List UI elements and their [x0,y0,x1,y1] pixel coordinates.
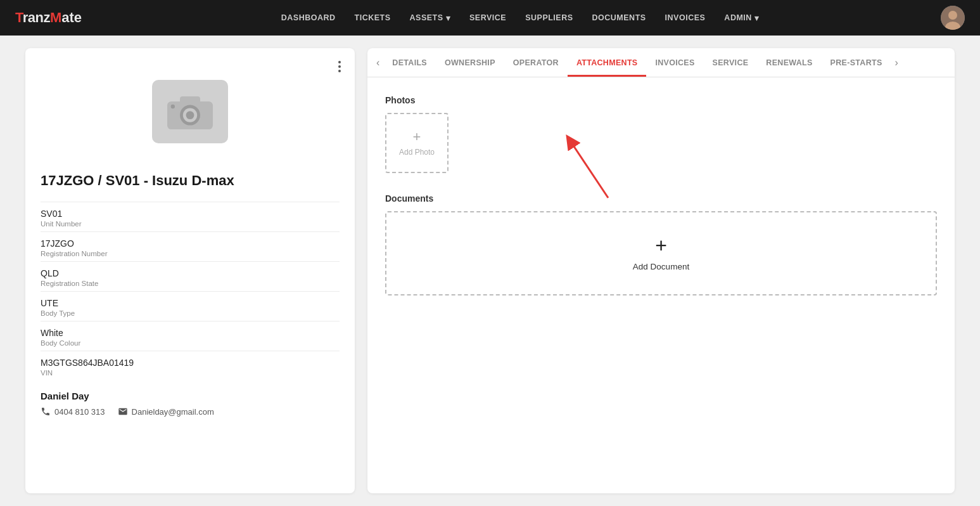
plus-large-icon: + [655,235,667,256]
main-content: 17JZGO / SV01 - Isuzu D-max SV01 Unit Nu… [0,36,980,506]
unit-number-label: Unit Number [41,220,340,228]
registration-state-label: Registration State [41,280,340,287]
body-colour-label: Body Colour [41,339,340,347]
documents-section: Documents + Add Document [385,193,937,295]
asset-photo-placeholder [41,61,340,162]
owner-name: Daniel Day [41,391,340,401]
tab-attachments[interactable]: ATTACHMENTS [568,48,647,77]
add-photo-button[interactable]: + Add Photo [385,113,449,173]
tab-service[interactable]: SERVICE [704,48,758,77]
nav-service[interactable]: SERVICE [461,8,515,27]
app-logo[interactable]: TranzMate [15,10,82,26]
photos-section-title: Photos [385,95,937,105]
owner-contacts: 0404 810 313 Danielday@gmail.com [41,406,340,417]
registration-state-row: QLD Registration State [41,261,340,291]
camera-icon [152,80,228,143]
nav-tickets[interactable]: TICKETS [346,8,400,27]
photos-section: Photos + Add Photo [385,95,937,173]
body-type-value: UTE [41,298,340,308]
add-document-label: Add Document [633,262,689,271]
add-photo-label: Add Photo [399,148,435,157]
tabs-bar: ‹ DETAILS OWNERSHIP OPERATOR ATTACHMENTS… [367,48,955,77]
tab-details[interactable]: DETAILS [383,48,436,77]
chevron-down-icon: ▾ [446,13,451,23]
plus-icon: + [413,130,421,144]
asset-card: 17JZGO / SV01 - Isuzu D-max SV01 Unit Nu… [25,48,355,493]
unit-number-row: SV01 Unit Number [41,202,340,231]
registration-number-label: Registration Number [41,250,340,257]
body-type-label: Body Type [41,309,340,317]
user-avatar[interactable] [941,6,965,30]
nav-invoices[interactable]: INVOICES [656,8,715,27]
owner-section: Daniel Day 0404 810 313 Danielday@gmail.… [41,391,340,417]
tab-prev-button[interactable]: ‹ [372,55,383,71]
vin-value: M3GTGS864JBA01419 [41,358,340,368]
svg-rect-4 [180,96,200,105]
unit-number-value: SV01 [41,209,340,219]
owner-phone: 0404 810 313 [41,406,105,417]
svg-point-7 [186,111,194,119]
nav-links: DASHBOARD TICKETS ASSETS ▾ SERVICE SUPPL… [107,8,933,28]
vin-row: M3GTGS864JBA01419 VIN [41,351,340,380]
chevron-down-icon: ▾ [754,13,760,23]
body-colour-value: White [41,328,340,338]
nav-suppliers[interactable]: SUPPLIERS [516,8,582,27]
registration-number-row: 17JZGO Registration Number [41,231,340,261]
owner-email-value: Danielday@gmail.com [132,407,214,417]
owner-email: Danielday@gmail.com [118,406,214,417]
attachments-tab-content: Photos + Add Photo Documents + Add Docum… [367,77,955,493]
registration-number-value: 17JZGO [41,238,340,249]
svg-point-1 [948,11,957,20]
nav-assets[interactable]: ASSETS ▾ [401,8,460,28]
add-document-button[interactable]: + Add Document [385,211,937,295]
tab-renewals[interactable]: RENEWALS [757,48,821,77]
nav-documents[interactable]: DOCUMENTS [583,8,655,27]
asset-title: 17JZGO / SV01 - Isuzu D-max [41,172,340,189]
body-colour-row: White Body Colour [41,321,340,351]
owner-phone-value: 0404 810 313 [54,407,105,417]
tab-invoices[interactable]: INVOICES [646,48,703,77]
email-icon [118,406,128,417]
registration-state-value: QLD [41,268,340,278]
phone-icon [41,406,51,417]
tab-pre-starts[interactable]: PRE-STARTS [822,48,891,77]
body-type-row: UTE Body Type [41,291,340,321]
tab-ownership[interactable]: OWNERSHIP [436,48,504,77]
nav-admin[interactable]: ADMIN ▾ [715,8,768,28]
tab-operator[interactable]: OPERATOR [504,48,568,77]
tab-next-button[interactable]: › [891,55,902,71]
right-panel: ‹ DETAILS OWNERSHIP OPERATOR ATTACHMENTS… [367,48,955,493]
nav-dashboard[interactable]: DASHBOARD [272,8,345,27]
card-menu-button[interactable] [334,58,345,75]
vin-label: VIN [41,369,340,377]
svg-point-8 [171,105,175,108]
documents-section-title: Documents [385,193,937,204]
top-navigation: TranzMate DASHBOARD TICKETS ASSETS ▾ SER… [0,0,980,36]
